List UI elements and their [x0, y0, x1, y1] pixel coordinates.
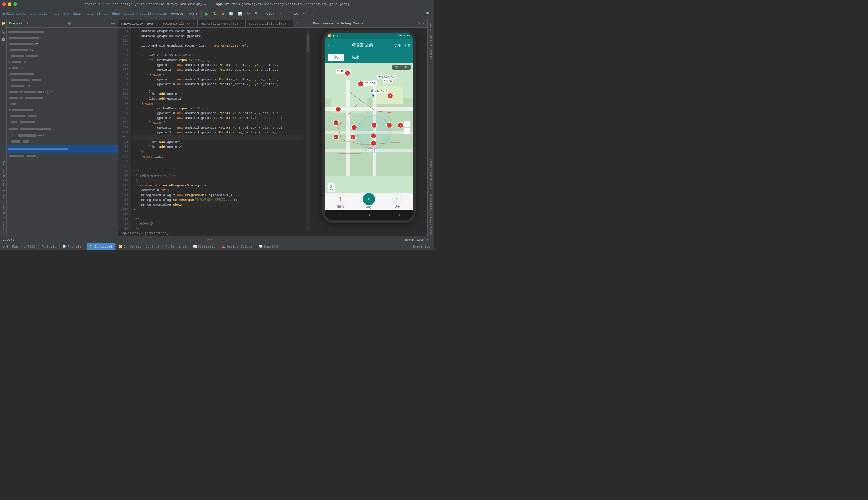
minimize-button[interactable] — [8, 2, 11, 6]
phone-more-btn[interactable]: 更多 — [394, 43, 401, 48]
refresh-button[interactable]: ↻ — [245, 10, 252, 18]
tab-close-icon4[interactable]: ✕ — [288, 22, 290, 26]
marker-z2[interactable]: ✕ — [358, 81, 364, 87]
zoom-in-button[interactable]: + — [404, 121, 411, 127]
code-content[interactable]: android.graphics.Point gpoint1; android.… — [131, 28, 305, 230]
tab-bottomactivity[interactable]: BottomActivity.java ✕ — [246, 20, 293, 27]
panel-settings-btn[interactable]: ⚙ — [67, 21, 72, 26]
device-file-explorer-label[interactable]: Device File Explorer — [429, 158, 433, 192]
env-build-tools-label[interactable]: Environment & Build Tools — [429, 193, 433, 236]
zoom-out-button[interactable]: − — [404, 128, 411, 135]
breadcrumb-mypath[interactable]: MyPath — [171, 12, 183, 16]
nav-recent-icon[interactable]: □ — [397, 213, 399, 217]
tab-close-icon2[interactable]: ✕ — [192, 22, 194, 26]
tree-item[interactable]: ▼ — [7, 107, 118, 113]
flutter-outline-label[interactable]: Flutter Outline — [429, 21, 433, 47]
tree-item[interactable] — [7, 77, 118, 83]
git-check[interactable]: ✓ — [277, 10, 283, 18]
breadcrumb-design[interactable]: design — [124, 12, 136, 16]
bp-settings-icon[interactable]: ⚙ — [207, 238, 209, 241]
bp-minimize-icon[interactable]: — — [210, 238, 212, 241]
phone-tool-device[interactable]: ⚙ 设备 — [392, 194, 402, 208]
breadcrumb-zj[interactable]: zj — [97, 12, 100, 16]
git-check2[interactable]: ✓ — [285, 10, 291, 18]
profiler-button[interactable]: 📊 — [236, 10, 244, 18]
gradle-label[interactable]: Gradle — [429, 48, 433, 60]
tab-todo[interactable]: ☑ TODO — [21, 243, 38, 250]
rp-close-icon[interactable]: ✕ — [422, 21, 424, 26]
tab-terminal[interactable]: >_ Terminal — [163, 243, 190, 250]
tree-item[interactable] — [7, 113, 118, 119]
marker-extra[interactable]: ✕ — [370, 140, 376, 146]
marker-z12[interactable]: ✕ — [345, 70, 350, 76]
tree-item[interactable] — [7, 125, 118, 133]
phone-tool-map[interactable]: 📍 地图点 — [336, 194, 345, 208]
tab-smartim[interactable]: 💬 SmartIM — [256, 243, 281, 250]
sync-button[interactable]: 🔄 — [227, 10, 235, 18]
git-settings[interactable]: ⚙ — [309, 10, 315, 18]
marker-huaweitest[interactable] — [371, 94, 375, 97]
breadcrumb-bhne[interactable]: bhne — [112, 12, 120, 16]
tree-item[interactable]: gUtil — [7, 153, 118, 159]
nav-back-icon[interactable]: ‹ — [338, 213, 340, 217]
tree-item[interactable] — [7, 29, 118, 35]
marker-z1[interactable]: ✕ — [335, 106, 341, 112]
tree-item[interactable]: IVI — [7, 41, 118, 47]
phone-back-button[interactable]: ‹ — [327, 43, 331, 48]
marker-z7[interactable]: ✕ — [350, 134, 356, 140]
tab-mapactivity[interactable]: MapActivity.java ✕ — [118, 20, 160, 27]
project-icon[interactable]: 📁 — [0, 21, 6, 26]
tab-event-log[interactable]: Event Log — [410, 243, 434, 250]
phone-tab-current[interactable]: 现状 — [327, 54, 345, 61]
tab-statistic[interactable]: 📈 Statistic — [190, 243, 219, 250]
nav-home-icon[interactable]: ○ — [367, 213, 370, 217]
run-button[interactable]: ▶ — [203, 11, 210, 17]
rp-settings-icon[interactable]: ⚙ — [418, 21, 420, 26]
tab-profiler[interactable]: 📊 Profiler — [60, 243, 87, 250]
breadcrumb-app[interactable]: app — [53, 12, 59, 16]
breadcrumb-it[interactable]: it — [104, 12, 108, 16]
phone-map[interactable]: 华 FJ地块 华为北京研究所 Q7大楼 87.36米 HuaWeiTest ✕ … — [325, 62, 413, 193]
tree-item[interactable]: IVI — [7, 47, 118, 53]
marker-z11[interactable]: ✕ — [398, 122, 403, 128]
marker-z4[interactable]: ✕ — [333, 120, 339, 126]
marker-z9[interactable]: ✕ — [370, 133, 376, 139]
tab-close-icon3[interactable]: ✕ — [241, 22, 242, 26]
marker-z6[interactable]: ✕ — [371, 122, 377, 128]
marker-z5[interactable]: ✕ — [351, 124, 357, 130]
breadcrumb-project[interactable]: mobile_survey_and_design — [2, 12, 49, 16]
tree-item[interactable] — [7, 35, 118, 41]
tree-item[interactable] — [7, 119, 118, 125]
event-log-settings-icon[interactable]: ⚙ — [426, 238, 428, 241]
event-log-minimize-icon[interactable]: — — [430, 238, 432, 241]
tree-item-selected[interactable] — [7, 145, 118, 153]
breadcrumb-main[interactable]: main — [73, 12, 81, 16]
favorites-label[interactable]: 2: Favorites — [1, 189, 5, 211]
tree-item[interactable]: ct anbingjia — [7, 89, 118, 95]
tab-deveco[interactable]: 📤 DevEco Output — [219, 243, 256, 250]
app-selector[interactable]: app ▼ — [187, 10, 200, 18]
marker-z3[interactable]: ✕ — [387, 93, 393, 99]
debug-button[interactable]: 🐛 — [211, 10, 219, 18]
breadcrumb-mapactivity[interactable]: MapActivity — [121, 231, 141, 235]
tree-item[interactable]: 021 — [7, 83, 118, 89]
stop-button[interactable]: ■ — [220, 10, 226, 18]
phone-detail-btn[interactable]: 详情 — [403, 43, 410, 48]
marker-z10[interactable]: ✕ — [386, 122, 392, 128]
tab-pointsutils[interactable]: PointsUtils.kt ✕ — [160, 20, 198, 27]
right-scrollbar[interactable] — [305, 28, 310, 230]
tab-logcat[interactable]: 🐛 6: Logcat — [87, 243, 116, 250]
resource-manager-label[interactable]: Resource Manager — [1, 159, 5, 188]
breadcrumb-src[interactable]: src — [63, 12, 69, 16]
more-search[interactable]: 🔍 — [424, 10, 432, 18]
tab-build[interactable]: 🔨 Build — [38, 243, 60, 250]
tree-item[interactable] — [7, 101, 118, 107]
maximize-button[interactable] — [13, 2, 17, 6]
marker-z8[interactable]: ✕ — [333, 134, 339, 140]
phone-tab-new[interactable]: 新建 — [347, 54, 364, 61]
tree-item[interactable]: om — [7, 95, 118, 101]
tab-mapactivitynew[interactable]: MapActivityNew.java ✕ — [198, 20, 245, 27]
close-button[interactable] — [2, 2, 6, 6]
tree-item[interactable]: stu ment — [7, 133, 118, 138]
breadcrumb-java[interactable]: java — [85, 12, 92, 16]
